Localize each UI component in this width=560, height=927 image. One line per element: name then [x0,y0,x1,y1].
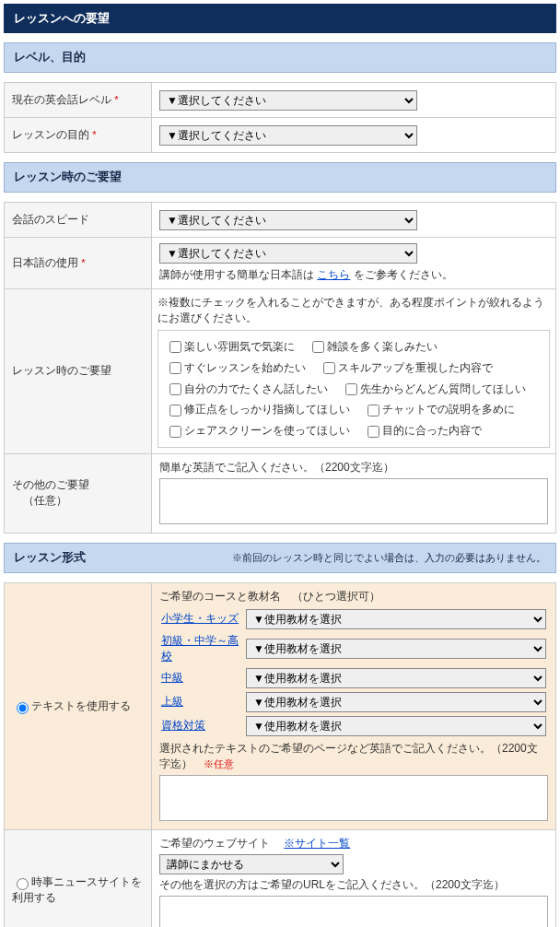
table-format: テキストを使用する ご希望のコースと教材名 （ひとつ選択可） 小学生・キッズ ▼… [4,582,556,927]
course-subtable: 小学生・キッズ ▼使用教材を選択 初級・中学～高校 ▼使用教材を選択 中級 ▼使… [159,607,548,738]
course-select-exam[interactable]: ▼使用教材を選択 [246,716,546,736]
level-select[interactable]: ▼選択してください [159,90,417,111]
chk-skillup[interactable]: スキルアップを重視した内容で [320,361,493,374]
chk-screen[interactable]: シェアスクリーンを使ってほしい [166,424,350,437]
chk-start[interactable]: すぐレッスンを始めたい [166,361,306,374]
row-level-label: 現在の英会話レベル * [5,83,152,118]
text-textarea[interactable] [159,775,548,821]
news-note: その他を選択の方はご希望のURLをご記入ください。（2200文字迄） [159,877,548,893]
course-link-kids[interactable]: 小学生・キッズ [161,612,239,625]
news-head: ご希望のウェブサイト ※サイト一覧 [159,836,548,851]
section-header-format: レッスン形式 ※前回のレッスン時と同じでよい場合は、入力の必要はありません。 [4,543,556,573]
chk-chatmore[interactable]: チャットでの説明を多めに [364,403,515,416]
chk-speak[interactable]: 自分の力でたくさん話したい [166,382,328,395]
radio-text[interactable]: テキストを使用する [12,699,131,712]
other-textarea[interactable] [159,478,548,524]
course-select-intermediate[interactable]: ▼使用教材を選択 [246,668,546,688]
row-speed-label: 会話のスピード [5,203,152,238]
radio-news[interactable]: 時事ニュースサイトを利用する [12,875,142,904]
text-note: 選択されたテキストのご希望のページなど英語でご記入ください。（2200文字迄） … [159,741,548,772]
section-header-level: レベル、目的 [4,42,556,73]
japanese-select[interactable]: ▼選択してください [159,243,417,264]
course-link-intermediate[interactable]: 中級 [161,671,183,684]
text-course-head: ご希望のコースと教材名 （ひとつ選択可） [159,589,548,604]
news-textarea[interactable] [159,896,548,927]
section-header-main: レッスンへの要望 [4,4,556,33]
preferences-box: 楽しい雰囲気で気楽に 雑談を多く楽しみたい すぐレッスンを始めたい スキルアップ… [158,330,550,448]
table-level: 現在の英会話レベル * ▼選択してください レッスンの目的 * ▼選択してくださ… [4,82,556,153]
preferences-note: ※複数にチェックを入れることができますが、ある程度ポイントが絞れるようにお選びく… [158,295,550,326]
course-link-exam[interactable]: 資格対策 [161,719,205,732]
course-link-beginner[interactable]: 初級・中学～高校 [161,634,239,663]
table-requests: 会話のスピード ▼選択してください 日本語の使用 * ▼選択してください 講師が… [4,202,556,534]
row-purpose-label: レッスンの目的 * [5,118,152,153]
section-header-requests: レッスン時のご要望 [4,162,556,193]
chk-correct[interactable]: 修正点をしっかり指摘してほしい [166,403,350,416]
news-sitelist-link[interactable]: ※サイト一覧 [284,837,350,850]
row-preferences-label: レッスン時のご要望 [5,289,152,454]
other-note: 簡単な英語でご記入ください。（2200文字迄） [159,460,548,475]
chk-question[interactable]: 先生からどんどん質問してほしい [342,382,526,395]
row-japanese-label: 日本語の使用 * [5,238,152,289]
course-select-kids[interactable]: ▼使用教材を選択 [246,609,546,629]
chk-goal[interactable]: 目的に合った内容で [364,424,482,437]
course-select-advanced[interactable]: ▼使用教材を選択 [246,692,546,712]
chk-fun[interactable]: 楽しい雰囲気で気楽に [166,340,295,353]
japanese-note-link[interactable]: こちら [317,268,350,281]
news-select[interactable]: 講師にまかせる [159,854,344,874]
course-link-advanced[interactable]: 上級 [161,695,183,708]
chk-chat[interactable]: 雑談を多く楽しみたい [309,340,438,353]
course-select-beginner[interactable]: ▼使用教材を選択 [246,639,546,659]
purpose-select[interactable]: ▼選択してください [159,125,417,146]
speed-select[interactable]: ▼選択してください [159,210,417,230]
japanese-note: 講師が使用する簡単な日本語は こちら をご参考ください。 [159,267,548,283]
row-other-label: その他のご要望 （任意） [5,453,152,533]
